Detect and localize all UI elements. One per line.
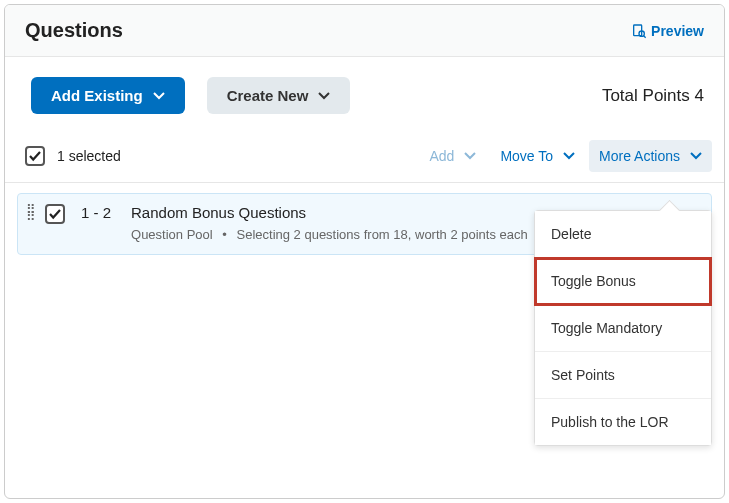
move-to-label: Move To <box>500 148 553 164</box>
menu-item-delete[interactable]: Delete <box>535 211 711 258</box>
total-points: Total Points 4 <box>602 86 704 106</box>
more-actions-menu: Delete Toggle Bonus Toggle Mandatory Set… <box>534 210 712 446</box>
toolbar-buttons: Add Existing Create New <box>31 77 350 114</box>
chevron-down-icon <box>318 92 330 100</box>
more-actions-dropdown[interactable]: More Actions <box>589 140 712 172</box>
row-checkbox[interactable] <box>45 204 65 224</box>
menu-item-publish-lor[interactable]: Publish to the LOR <box>535 399 711 445</box>
panel-header: Questions Preview <box>5 5 724 57</box>
total-points-value: 4 <box>695 86 704 105</box>
add-dropdown[interactable]: Add <box>419 140 486 172</box>
svg-line-2 <box>644 35 646 37</box>
total-points-label: Total Points <box>602 86 690 105</box>
check-icon <box>28 149 42 163</box>
preview-icon <box>631 23 647 39</box>
menu-item-set-points[interactable]: Set Points <box>535 352 711 399</box>
chevron-down-icon <box>690 152 702 160</box>
preview-button[interactable]: Preview <box>631 23 704 39</box>
selected-count: 1 selected <box>57 148 121 164</box>
move-to-dropdown[interactable]: Move To <box>490 140 585 172</box>
row-type: Question Pool <box>131 227 213 242</box>
check-icon <box>48 207 62 221</box>
create-new-label: Create New <box>227 87 309 104</box>
chevron-down-icon <box>464 152 476 160</box>
row-detail: Selecting 2 questions from 18, worth 2 p… <box>237 227 528 242</box>
drag-handle-icon[interactable]: ⠿⠿ <box>26 204 37 220</box>
selection-actions: Add Move To More Actions <box>419 140 712 172</box>
chevron-down-icon <box>563 152 575 160</box>
bullet-separator: • <box>222 227 227 242</box>
chevron-down-icon <box>153 92 165 100</box>
selection-bar: 1 selected Add Move To More Actions <box>5 140 724 183</box>
toolbar: Add Existing Create New Total Points 4 <box>5 57 724 140</box>
create-new-button[interactable]: Create New <box>207 77 351 114</box>
menu-item-toggle-mandatory[interactable]: Toggle Mandatory <box>535 305 711 352</box>
select-all-checkbox[interactable] <box>25 146 45 166</box>
questions-panel: Questions Preview Add Existing Create Ne… <box>4 4 725 499</box>
page-title: Questions <box>25 19 123 42</box>
selection-left: 1 selected <box>25 146 121 166</box>
svg-rect-0 <box>634 25 642 36</box>
menu-item-toggle-bonus[interactable]: Toggle Bonus <box>535 258 711 305</box>
preview-label: Preview <box>651 23 704 39</box>
more-actions-label: More Actions <box>599 148 680 164</box>
add-label: Add <box>429 148 454 164</box>
row-range: 1 - 2 <box>73 204 123 221</box>
add-existing-label: Add Existing <box>51 87 143 104</box>
add-existing-button[interactable]: Add Existing <box>31 77 185 114</box>
